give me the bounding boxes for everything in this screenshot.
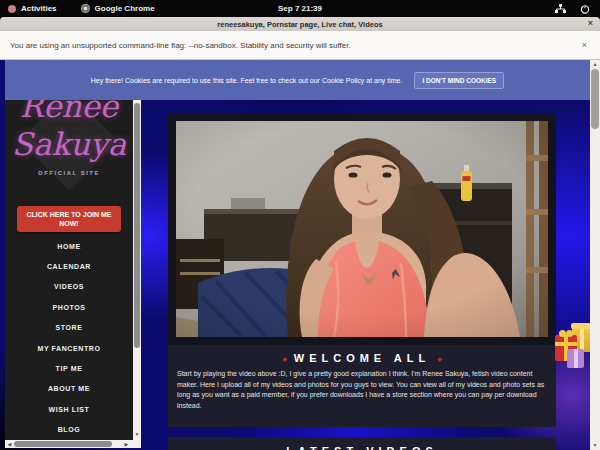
chrome-icon bbox=[81, 4, 90, 13]
sidebar-item-wish-list[interactable]: WISH LIST bbox=[5, 399, 133, 419]
sidebar-content: Renee Sakuya OFFICIAL SITE CLICK HERE TO… bbox=[5, 100, 133, 440]
app-menu-button[interactable]: Google Chrome bbox=[95, 4, 155, 13]
gnome-top-bar: Activities Google Chrome Sep 7 21:39 bbox=[0, 0, 600, 17]
logo-tagline: OFFICIAL SITE bbox=[5, 170, 133, 176]
sidebar-menu: HOME CALENDAR VIDEOS PHOTOS STORE MY FAN… bbox=[5, 236, 133, 440]
ornament-diamond-icon: ◆ bbox=[282, 355, 287, 362]
browser-viewport: Hey there! Cookies are required to use t… bbox=[0, 60, 600, 450]
latest-videos-panel: ◆ LATEST VIDEOS ◆ bbox=[168, 437, 556, 450]
sidebar-horizontal-scrollbar[interactable]: ◀ ▶ bbox=[5, 440, 141, 448]
sidebar-vertical-scrollbar[interactable]: ▼ bbox=[133, 100, 141, 440]
sidebar-item-home[interactable]: HOME bbox=[5, 236, 133, 256]
activities-indicator-icon bbox=[8, 5, 16, 13]
window-title-bar: reneesakuya, Pornstar page, Live chat, V… bbox=[0, 17, 600, 31]
scroll-down-icon[interactable]: ▼ bbox=[133, 428, 141, 440]
latest-videos-title: LATEST VIDEOS bbox=[286, 445, 438, 450]
join-button[interactable]: CLICK HERE TO JOIN ME NOW! bbox=[17, 206, 121, 232]
welcome-body-text: Start by playing the video above :D, I g… bbox=[168, 369, 556, 411]
logo-line1: Renee bbox=[5, 100, 133, 124]
scroll-left-icon[interactable]: ◀ bbox=[5, 441, 14, 447]
infobar-close-icon[interactable]: × bbox=[582, 40, 587, 50]
clock[interactable]: Sep 7 21:39 bbox=[0, 4, 600, 13]
chrome-infobar: You are using an unsupported command-lin… bbox=[0, 31, 600, 60]
window-close-icon[interactable]: × bbox=[588, 18, 593, 28]
sidebar-item-videos[interactable]: VIDEOS bbox=[5, 277, 133, 297]
gift-tip-widget[interactable] bbox=[554, 318, 594, 370]
scroll-down-icon[interactable]: ▼ bbox=[590, 441, 600, 450]
cookie-accept-button[interactable]: I DON'T MIND COOKIES bbox=[414, 72, 504, 89]
sidebar-item-calendar[interactable]: CALENDAR bbox=[5, 256, 133, 276]
sidebar-vscroll-thumb[interactable] bbox=[134, 103, 140, 348]
browser-scrollbar[interactable]: ▲ ▼ bbox=[590, 60, 600, 450]
sidebar-item-tip-me[interactable]: TIP ME bbox=[5, 358, 133, 378]
welcome-panel: ◆ WELCOME ALL ◆ Start by playing the vid… bbox=[168, 345, 556, 427]
latest-videos-title-row: ◆ LATEST VIDEOS ◆ bbox=[168, 437, 556, 450]
browser-scrollbar-thumb[interactable] bbox=[591, 69, 599, 129]
network-icon[interactable] bbox=[555, 4, 566, 14]
sidebar-item-store[interactable]: STORE bbox=[5, 318, 133, 338]
power-icon[interactable] bbox=[580, 4, 590, 14]
sidebar: Renee Sakuya OFFICIAL SITE CLICK HERE TO… bbox=[5, 100, 141, 448]
cookie-notice-bar: Hey there! Cookies are required to use t… bbox=[5, 60, 590, 100]
purple-gift-icon bbox=[567, 349, 584, 368]
sidebar-hscroll-thumb[interactable] bbox=[14, 441, 112, 447]
cookie-message: Hey there! Cookies are required to use t… bbox=[91, 77, 403, 84]
desktop-screen: Activities Google Chrome Sep 7 21:39 bbox=[0, 0, 600, 450]
sidebar-item-my-fancentro[interactable]: MY FANCENTRO bbox=[5, 338, 133, 358]
activities-button[interactable]: Activities bbox=[21, 4, 57, 13]
sidebar-item-photos[interactable]: PHOTOS bbox=[5, 297, 133, 317]
window-title: reneesakuya, Pornstar page, Live chat, V… bbox=[217, 20, 382, 29]
video-still-selfie bbox=[176, 121, 548, 337]
welcome-title: WELCOME ALL bbox=[294, 352, 430, 364]
logo-line2: Sakuya bbox=[5, 126, 133, 162]
sidebar-item-about-me[interactable]: ABOUT ME bbox=[5, 379, 133, 399]
intro-video-player[interactable] bbox=[168, 113, 556, 345]
scroll-right-icon[interactable]: ▶ bbox=[122, 441, 131, 447]
ornament-diamond-icon: ◆ bbox=[437, 355, 442, 362]
welcome-title-row: ◆ WELCOME ALL ◆ bbox=[168, 345, 556, 364]
infobar-message: You are using an unsupported command-lin… bbox=[10, 41, 351, 50]
sidebar-item-blog[interactable]: BLOG bbox=[5, 420, 133, 440]
scroll-up-icon[interactable]: ▲ bbox=[590, 60, 600, 69]
